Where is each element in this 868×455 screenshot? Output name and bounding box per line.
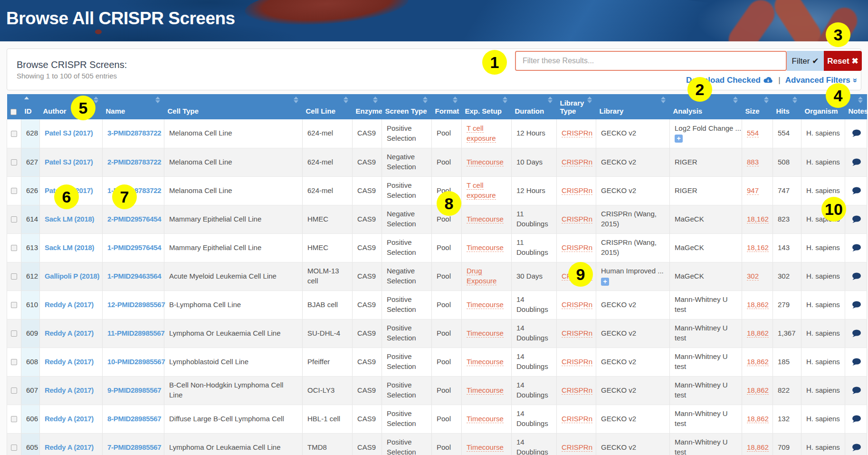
screen-name-link[interactable]: 3-PMID28783722 <box>107 129 161 137</box>
library-type-link[interactable]: CRISPRn <box>562 329 592 338</box>
row-checkbox[interactable] <box>11 416 17 422</box>
filter-input[interactable] <box>515 51 787 71</box>
author-link[interactable]: Reddy A (2017) <box>45 386 94 394</box>
exp-setup-link[interactable]: Timecourse <box>467 243 504 252</box>
screen-name-link[interactable]: 11-PMID28985567 <box>107 329 165 337</box>
note-bubble-icon[interactable] <box>851 244 861 252</box>
author-link[interactable]: Reddy A (2017) <box>45 415 94 423</box>
exp-setup-link[interactable]: Timecourse <box>467 415 504 423</box>
row-checkbox[interactable] <box>11 131 17 137</box>
note-bubble-icon[interactable] <box>851 272 861 281</box>
size-link[interactable]: 947 <box>747 186 759 195</box>
column-header-library-type[interactable]: Library Type <box>557 94 596 119</box>
column-header-cell-line[interactable]: Cell Line <box>303 94 353 119</box>
column-header-exp-setup[interactable]: Exp. Setup <box>462 94 512 119</box>
screen-name-link[interactable]: 2-PMID29576454 <box>107 215 161 223</box>
size-link[interactable]: 554 <box>747 129 759 137</box>
note-bubble-icon[interactable] <box>851 415 861 423</box>
note-bubble-icon[interactable] <box>851 158 861 166</box>
column-header-library[interactable]: Library <box>596 94 670 119</box>
note-bubble-icon[interactable] <box>851 358 861 366</box>
author-link[interactable]: Reddy A (2017) <box>45 300 94 309</box>
library-type-link[interactable]: CRISPRn <box>562 443 592 452</box>
note-bubble-icon[interactable] <box>851 329 861 338</box>
reset-button[interactable]: Reset ✖ <box>824 51 862 71</box>
size-link[interactable]: 18,862 <box>747 386 769 395</box>
note-bubble-icon[interactable] <box>851 129 861 137</box>
size-link[interactable]: 18,862 <box>747 443 769 452</box>
exp-setup-link[interactable]: Timecourse <box>467 329 504 338</box>
library-type-link[interactable]: CRISPRn <box>562 386 592 395</box>
screen-name-link[interactable]: 9-PMID28985567 <box>107 386 161 394</box>
library-type-link[interactable]: CRISPRn <box>562 215 592 223</box>
screen-name-link[interactable]: 10-PMID28985567 <box>107 358 165 366</box>
row-checkbox[interactable] <box>11 159 17 165</box>
author-link[interactable]: Reddy A (2017) <box>45 329 94 337</box>
author-link[interactable]: Patel SJ (2017) <box>45 129 93 137</box>
author-link[interactable]: Gallipoli P (2018) <box>45 272 99 280</box>
size-link[interactable]: 18,162 <box>747 215 769 223</box>
column-header-size[interactable]: Size <box>742 94 773 119</box>
screen-name-link[interactable]: 1-PMID29576454 <box>107 243 161 252</box>
author-link[interactable]: Reddy A (2017) <box>45 443 94 451</box>
column-header-cell-type[interactable]: Cell Type <box>164 94 303 119</box>
author-link[interactable]: Sack LM (2018) <box>45 243 94 252</box>
screen-name-link[interactable]: 7-PMID28985567 <box>107 443 161 451</box>
library-type-link[interactable]: CRISPRn <box>562 300 592 309</box>
screen-name-link[interactable]: 1-PMID29463564 <box>107 272 161 280</box>
author-link[interactable]: Sack LM (2018) <box>45 215 94 223</box>
exp-setup-link[interactable]: T cell exposure <box>467 181 496 200</box>
row-checkbox[interactable] <box>11 245 17 251</box>
author-link[interactable]: Reddy A (2017) <box>45 358 94 366</box>
advanced-filters-link[interactable]: Advanced Filters » <box>785 76 857 85</box>
filter-button[interactable]: Filter ✔ <box>787 51 824 71</box>
library-type-link[interactable]: CRISPRn <box>562 415 592 423</box>
library-type-link[interactable]: CRISPRn <box>562 358 592 366</box>
size-link[interactable]: 18,162 <box>747 243 769 252</box>
select-all-checkbox[interactable] <box>10 109 17 115</box>
row-checkbox[interactable] <box>11 273 17 280</box>
row-checkbox[interactable] <box>11 359 17 365</box>
library-type-link[interactable]: CRISPRn <box>562 186 592 195</box>
exp-setup-link[interactable]: T cell exposure <box>467 124 496 143</box>
column-header-duration[interactable]: Duration <box>512 94 557 119</box>
column-header-enzyme[interactable]: Enzyme <box>353 94 382 119</box>
note-bubble-icon[interactable] <box>851 215 861 223</box>
size-link[interactable]: 18,862 <box>747 415 769 423</box>
library-type-link[interactable]: CRISPRn <box>562 243 592 252</box>
exp-setup-link[interactable]: Timecourse <box>467 158 504 166</box>
column-header-id[interactable]: ID <box>21 94 40 119</box>
screen-name-link[interactable]: 12-PMID28985567 <box>107 300 165 309</box>
column-header-hits[interactable]: Hits <box>773 94 801 119</box>
row-checkbox[interactable] <box>11 330 17 337</box>
row-checkbox[interactable] <box>11 188 17 194</box>
size-link[interactable]: 18,862 <box>747 358 769 366</box>
expand-plus-icon[interactable]: + <box>601 278 609 286</box>
expand-plus-icon[interactable]: + <box>675 135 683 143</box>
exp-setup-link[interactable]: Timecourse <box>467 215 504 223</box>
size-link[interactable]: 18,862 <box>747 329 769 338</box>
row-checkbox[interactable] <box>11 445 17 451</box>
column-header-name[interactable]: Name <box>103 94 164 119</box>
note-bubble-icon[interactable] <box>851 387 861 395</box>
exp-setup-link[interactable]: Drug Exposure <box>467 267 496 285</box>
exp-setup-link[interactable]: Timecourse <box>467 443 504 452</box>
library-type-link[interactable]: CRISPRn <box>562 129 592 137</box>
exp-setup-link[interactable]: Timecourse <box>467 358 504 366</box>
row-checkbox[interactable] <box>11 302 17 308</box>
screen-name-link[interactable]: 8-PMID28985567 <box>107 415 161 423</box>
author-link[interactable]: Patel SJ (2017) <box>45 158 93 166</box>
exp-setup-link[interactable]: Timecourse <box>467 386 504 395</box>
row-checkbox[interactable] <box>11 387 17 394</box>
column-header-screen-type[interactable]: Screen Type <box>382 94 432 119</box>
note-bubble-icon[interactable] <box>851 301 861 309</box>
screen-name-link[interactable]: 2-PMID28783722 <box>107 158 161 166</box>
library-type-link[interactable]: CRISPRn <box>562 158 592 166</box>
size-link[interactable]: 883 <box>747 158 759 166</box>
note-bubble-icon[interactable] <box>851 444 861 452</box>
note-bubble-icon[interactable] <box>851 187 861 195</box>
row-checkbox[interactable] <box>11 216 17 223</box>
exp-setup-link[interactable]: Timecourse <box>467 300 504 309</box>
size-link[interactable]: 18,862 <box>747 300 769 309</box>
size-link[interactable]: 302 <box>747 272 759 281</box>
